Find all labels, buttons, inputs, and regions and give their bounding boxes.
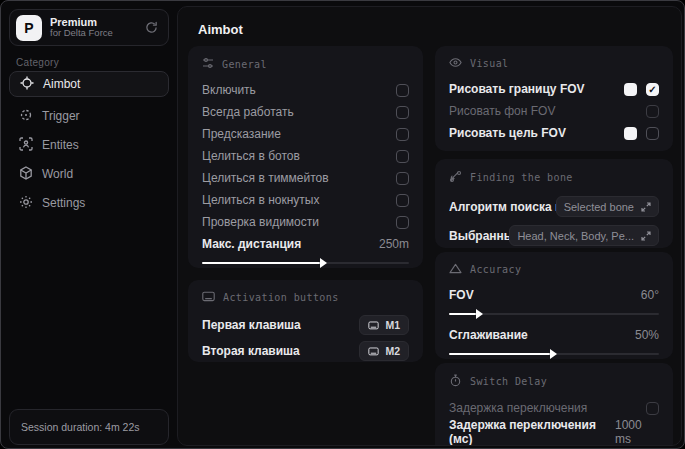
toggle-row: Предсказание	[202, 123, 409, 145]
panel-title: General	[222, 59, 267, 70]
sidebar: P Premium for Delta Force Category Aimbo…	[1, 1, 177, 449]
sidebar-item-label: Aimbot	[43, 77, 80, 91]
keyboard-icon	[368, 347, 379, 356]
world-icon	[19, 166, 33, 183]
sidebar-item-aimbot[interactable]: Aimbot	[9, 71, 169, 97]
slider-label-row: Макс. дистанция 250m	[202, 233, 409, 255]
sidebar-item-label: Trigger	[42, 109, 80, 123]
refresh-icon[interactable]	[145, 21, 158, 34]
bone-row: Выбранные кос Head, Neck, Body, Pe...	[449, 222, 659, 249]
panel-accuracy: Accuracy FOV 60° Сглаживание 50%	[435, 252, 673, 359]
sidebar-item-world[interactable]: World	[9, 161, 169, 187]
sidebar-item-label: World	[42, 167, 73, 181]
panel-title: Finding the bone	[470, 172, 573, 183]
keybind-button-m1[interactable]: M1	[359, 315, 409, 335]
visual-row: Рисовать фон FOV	[449, 100, 659, 122]
keybind-row: Первая клавиша M1	[202, 312, 409, 338]
color-swatch[interactable]	[624, 127, 637, 140]
slider-value: 1000 ms	[615, 418, 659, 446]
brand-subtitle: for Delta Force	[50, 28, 145, 39]
checkbox[interactable]	[646, 402, 659, 415]
panel-title: Switch Delay	[470, 376, 547, 387]
toggle-row: Включить	[202, 79, 409, 101]
panel-visual: Visual Рисовать границу FOV Рисовать фон…	[435, 46, 673, 151]
keybind-row: Вторая клавиша M2	[202, 338, 409, 364]
panel-general: General Включить Всегда работать Предска…	[188, 46, 423, 268]
panel-activation-buttons: Activation buttons Первая клавиша M1 Вто…	[188, 280, 423, 362]
app-window: P Premium for Delta Force Category Aimbo…	[0, 0, 685, 449]
checkbox[interactable]	[646, 105, 659, 118]
session-duration: Session duration: 4m 22s	[9, 409, 169, 445]
gear-icon	[19, 195, 33, 212]
scope-icon	[19, 108, 33, 125]
toggle-row: Целиться в нокнутых	[202, 189, 409, 211]
sidebar-item-label: Entites	[42, 138, 79, 152]
toggle-row: Целиться в тиммейтов	[202, 167, 409, 189]
checkbox[interactable]	[396, 128, 409, 141]
panel-switch-delay: Switch Delay Задержка переключения Задер…	[435, 363, 673, 446]
keyboard-icon	[202, 291, 215, 304]
stopwatch-icon	[449, 374, 462, 389]
sidebar-item-label: Settings	[42, 196, 85, 210]
crosshair-icon	[20, 76, 34, 93]
selected-bones-dropdown[interactable]: Head, Neck, Body, Pe...	[509, 225, 659, 246]
sidebar-item-entites[interactable]: Entites	[9, 132, 169, 158]
main-content: Aimbot General Включить Всегда работать	[177, 6, 682, 446]
entity-scan-icon	[19, 137, 33, 154]
keyboard-icon	[368, 321, 379, 330]
fov-slider[interactable]	[449, 309, 659, 319]
visual-row: Рисовать цель FOV	[449, 122, 659, 144]
toggle-row: Всегда работать	[202, 101, 409, 123]
checkbox[interactable]	[396, 216, 409, 229]
checkbox[interactable]	[396, 194, 409, 207]
color-swatch[interactable]	[624, 83, 637, 96]
checkbox[interactable]	[396, 150, 409, 163]
checkbox[interactable]	[396, 106, 409, 119]
keybind-button-m2[interactable]: M2	[359, 341, 409, 361]
checkbox[interactable]	[396, 172, 409, 185]
panel-title: Activation buttons	[223, 292, 339, 303]
slider-value: 250m	[379, 237, 409, 251]
toggle-row: Целиться в ботов	[202, 145, 409, 167]
triangle-icon	[449, 263, 462, 276]
expand-icon	[641, 202, 651, 212]
bone-algorithm-dropdown[interactable]: Selected bone	[556, 196, 659, 217]
smoothing-slider[interactable]	[449, 349, 659, 359]
slider-label-row: Задержка переключения (мс) 1000 ms	[449, 421, 659, 443]
checkbox[interactable]	[646, 127, 659, 140]
expand-icon	[641, 231, 651, 241]
page-title: Aimbot	[198, 22, 243, 37]
brand-logo: P	[16, 15, 42, 41]
bone-icon	[449, 170, 462, 185]
eye-icon	[449, 57, 462, 70]
panel-finding-bone: Finding the bone Алгоритм поиска кост Se…	[435, 159, 673, 248]
sidebar-item-trigger[interactable]: Trigger	[9, 103, 169, 129]
brand-card: P Premium for Delta Force	[9, 9, 169, 46]
slider-value: 60°	[641, 288, 659, 302]
slider-label-row: FOV 60°	[449, 284, 659, 306]
toggle-row: Задержка переключения	[449, 397, 659, 419]
panel-title: Visual	[470, 58, 509, 69]
checkbox[interactable]	[646, 83, 659, 96]
toggle-row: Проверка видимости	[202, 211, 409, 233]
max-distance-slider[interactable]	[202, 258, 409, 268]
slider-label-row: Сглаживание 50%	[449, 324, 659, 346]
sliders-icon	[202, 57, 214, 71]
bone-row: Алгоритм поиска кост Selected bone	[449, 193, 659, 220]
visual-row: Рисовать границу FOV	[449, 78, 659, 100]
panel-title: Accuracy	[470, 264, 521, 275]
sidebar-item-settings[interactable]: Settings	[9, 190, 169, 216]
slider-value: 50%	[635, 328, 659, 342]
checkbox[interactable]	[396, 84, 409, 97]
category-label: Category	[16, 57, 59, 68]
